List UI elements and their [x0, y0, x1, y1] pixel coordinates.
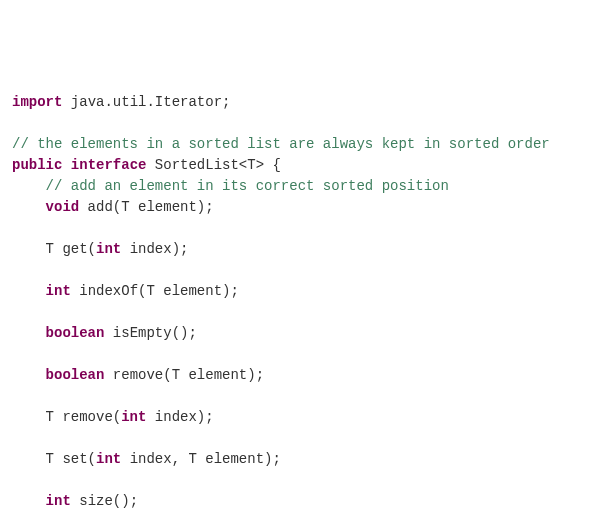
method-size: size();: [71, 493, 138, 509]
method-comment-add: // add an element in its correct sorted …: [12, 178, 449, 194]
method-remove-index-prefix: T remove(: [12, 409, 121, 425]
method-get-suffix: index);: [121, 241, 188, 257]
indent: [12, 283, 46, 299]
indent: [12, 199, 46, 215]
keyword-int: int: [46, 283, 71, 299]
keyword-boolean: boolean: [46, 325, 105, 341]
interface-declaration: SortedList<T> {: [146, 157, 280, 173]
method-get-prefix: T get(: [12, 241, 96, 257]
keyword-interface: interface: [71, 157, 147, 173]
method-set-prefix: T set(: [12, 451, 96, 467]
keyword-int: int: [96, 451, 121, 467]
keyword-int: int: [96, 241, 121, 257]
keyword-public: public: [12, 157, 62, 173]
method-add: add(T element);: [79, 199, 213, 215]
keyword-int: int: [46, 493, 71, 509]
indent: [12, 493, 46, 509]
keyword-void: void: [46, 199, 80, 215]
method-isempty: isEmpty();: [104, 325, 196, 341]
code-block: import java.util.Iterator; // the elemen…: [12, 92, 589, 510]
indent: [12, 367, 46, 383]
keyword-import: import: [12, 94, 62, 110]
import-path: java.util.Iterator;: [62, 94, 230, 110]
indent: [12, 325, 46, 341]
method-remove-index-suffix: index);: [146, 409, 213, 425]
keyword-boolean: boolean: [46, 367, 105, 383]
method-remove-element: remove(T element);: [104, 367, 264, 383]
keyword-int: int: [121, 409, 146, 425]
method-indexof: indexOf(T element);: [71, 283, 239, 299]
class-comment: // the elements in a sorted list are alw…: [12, 136, 550, 152]
method-set-suffix: index, T element);: [121, 451, 281, 467]
